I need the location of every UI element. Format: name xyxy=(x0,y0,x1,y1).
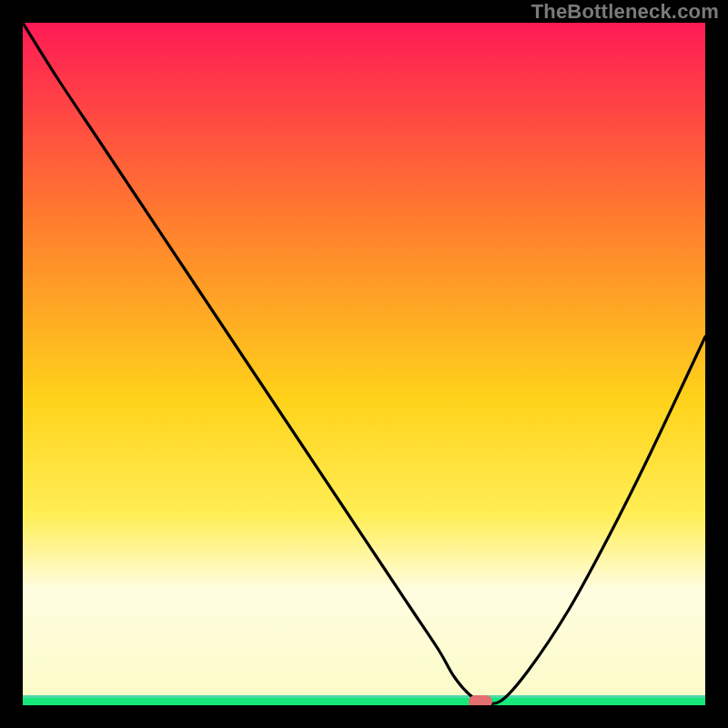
curve-path xyxy=(23,23,705,703)
chart-stage: TheBottleneck.com xyxy=(0,0,728,728)
bottleneck-curve xyxy=(23,23,705,705)
gradient-band xyxy=(23,695,705,698)
gradient-band xyxy=(23,698,705,705)
watermark-text: TheBottleneck.com xyxy=(531,0,719,24)
optimal-marker xyxy=(469,695,492,706)
plot-area xyxy=(23,23,705,705)
